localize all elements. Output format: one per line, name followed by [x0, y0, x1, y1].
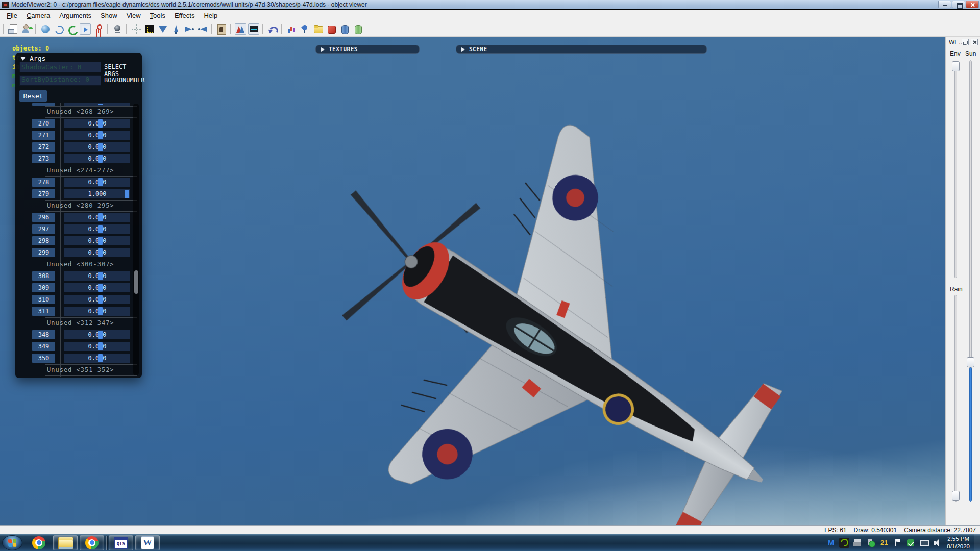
slider-handle[interactable] [98, 119, 103, 128]
slider-handle[interactable] [98, 272, 103, 280]
slider-handle[interactable] [98, 354, 103, 362]
arg-value-slider[interactable]: 0.000 [64, 131, 130, 140]
arg-number-badge[interactable]: 297 [32, 224, 55, 234]
slider-handle[interactable] [98, 104, 103, 105]
slider-handle[interactable] [98, 284, 103, 292]
arg-number-badge[interactable]: 311 [32, 307, 55, 316]
env-slider-track[interactable] [954, 61, 957, 278]
portrait-icon[interactable] [216, 23, 227, 35]
refresh-icon[interactable] [66, 23, 78, 35]
volume-icon[interactable] [932, 538, 942, 548]
cone-right-icon[interactable] [184, 23, 195, 35]
arg-number-badge[interactable]: 310 [32, 295, 55, 304]
env-slider-thumb[interactable] [952, 61, 960, 71]
arg-number-badge[interactable]: 309 [32, 283, 55, 292]
arg-number-badge[interactable]: 349 [32, 342, 55, 351]
arg-value-slider[interactable]: 0.000 [64, 354, 130, 363]
args-panel-header[interactable]: Args [20, 55, 45, 62]
arg-value-slider[interactable]: 1.000 [64, 189, 130, 198]
3d-viewport[interactable]: objects: 0triinmm TEXTURES SCENE Args Sh… [0, 37, 945, 525]
hud-icon[interactable] [144, 23, 155, 35]
slider-handle[interactable] [125, 190, 129, 198]
arg-number-badge[interactable] [32, 103, 55, 106]
arg-value-slider[interactable]: 0.000 [64, 178, 130, 187]
usb-safely-remove-icon[interactable] [866, 538, 876, 548]
slider-handle[interactable] [98, 155, 103, 163]
args-scrollbar-thumb[interactable] [134, 270, 138, 294]
sun-slider-thumb[interactable] [967, 357, 974, 367]
slider-handle[interactable] [98, 307, 103, 315]
arg-number-badge[interactable]: 308 [32, 271, 55, 281]
slider-handle[interactable] [98, 342, 103, 350]
arg-value-slider[interactable]: 0.000 [64, 330, 130, 339]
arg-value-slider[interactable]: 0.000 [64, 236, 130, 245]
play-window-icon[interactable] [80, 23, 91, 35]
arg-number-badge[interactable]: 278 [32, 178, 55, 187]
textures-panel-bar[interactable]: TEXTURES [315, 45, 420, 54]
undo-icon[interactable] [267, 23, 278, 35]
close-panel-icon[interactable] [971, 39, 978, 45]
arg-value-slider[interactable] [64, 103, 130, 106]
boardnumber-input[interactable] [19, 75, 101, 86]
slider-handle[interactable] [98, 331, 103, 339]
tracker-icon[interactable] [131, 23, 142, 35]
arg-number-badge[interactable]: 350 [32, 354, 55, 363]
rain-slider-track[interactable] [954, 295, 957, 502]
menu-show[interactable]: Show [96, 11, 122, 20]
arg-value-slider[interactable]: 0.000 [64, 283, 130, 292]
arg-number-badge[interactable]: 273 [32, 154, 55, 163]
taskbar-clock[interactable]: 2:55 PM 8/1/2020 [947, 535, 970, 550]
taskbar-explorer[interactable] [53, 535, 78, 550]
slider-handle[interactable] [98, 178, 103, 186]
reset-button[interactable]: Reset [19, 90, 47, 102]
arg-value-slider[interactable]: 0.000 [64, 295, 130, 304]
menu-file[interactable]: File [2, 11, 22, 20]
sphere-icon[interactable] [40, 23, 51, 35]
arg-value-slider[interactable]: 0.000 [64, 342, 130, 351]
arg-value-slider[interactable]: 0.000 [64, 119, 130, 128]
nvidia-icon[interactable] [839, 538, 849, 548]
maximize-button[interactable] [952, 1, 965, 8]
cone-left-icon[interactable] [197, 23, 208, 35]
arg-value-slider[interactable]: 0.000 [64, 142, 130, 152]
funnel-icon[interactable] [157, 23, 168, 35]
menu-tools[interactable]: Tools [145, 11, 170, 20]
skeleton-icon[interactable] [93, 23, 104, 35]
close-button[interactable] [966, 1, 979, 8]
orbit-icon[interactable] [53, 23, 64, 35]
arg-value-slider[interactable]: 0.000 [64, 248, 130, 257]
arg-number-badge[interactable]: 270 [32, 119, 55, 128]
cones-pair-icon[interactable] [235, 23, 246, 35]
slider-handle[interactable] [98, 131, 103, 139]
camera-icon[interactable] [112, 23, 123, 35]
taskbar-chrome-pinned[interactable] [27, 535, 51, 550]
args-scrollbar[interactable] [133, 104, 139, 375]
slider-handle[interactable] [98, 143, 103, 151]
menu-arguments[interactable]: Arguments [55, 11, 96, 20]
show-desktop-button[interactable] [974, 534, 980, 551]
bar-chart-icon[interactable] [286, 23, 297, 35]
arg-value-slider[interactable]: 0.000 [64, 307, 130, 316]
menu-camera[interactable]: Camera [22, 11, 55, 20]
doc-icon[interactable] [8, 23, 19, 35]
start-button[interactable] [2, 535, 22, 550]
arg-value-slider[interactable]: 0.000 [64, 271, 130, 281]
arg-number-badge[interactable]: 271 [32, 131, 55, 140]
scene-panel-bar[interactable]: SCENE [456, 45, 707, 54]
security-check-icon[interactable] [905, 538, 916, 548]
taskbar-chrome-window[interactable] [80, 535, 104, 550]
temp-badge[interactable]: 21 [879, 538, 889, 548]
arg-number-badge[interactable]: 296 [32, 213, 55, 222]
taskbar-modelviewer-app[interactable]: QtS [109, 535, 133, 550]
menu-effects[interactable]: Effects [170, 11, 200, 20]
box-icon[interactable] [326, 23, 337, 35]
device-icon[interactable] [852, 538, 863, 548]
arg-value-slider[interactable]: 0.000 [64, 224, 130, 234]
measure-icon[interactable] [248, 23, 259, 35]
arg-number-badge[interactable]: 298 [32, 236, 55, 245]
rain-slider-thumb[interactable] [952, 491, 960, 501]
float-panel-icon[interactable] [962, 39, 969, 45]
add-user-icon[interactable] [21, 23, 32, 35]
arg-number-badge[interactable]: 272 [32, 142, 55, 152]
slider-handle[interactable] [98, 237, 103, 245]
